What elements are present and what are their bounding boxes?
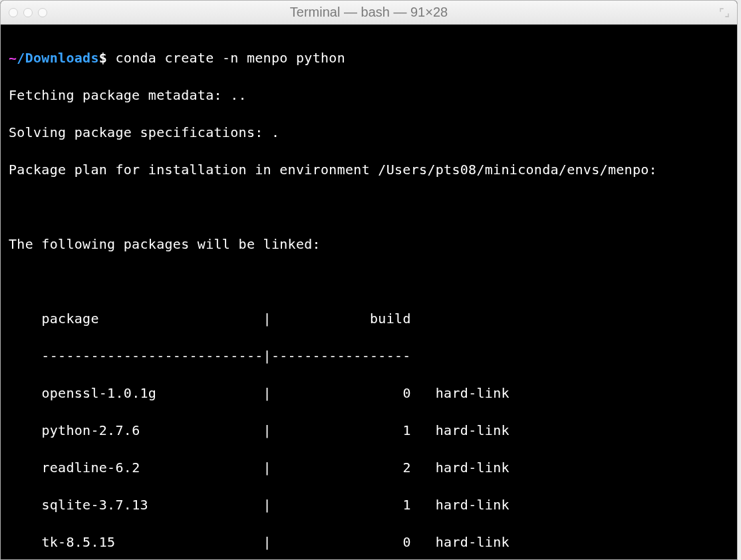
output-line: Fetching package metadata: .. bbox=[9, 86, 729, 104]
table-row: readline-6.2 | 2 hard-link bbox=[9, 458, 729, 477]
pkg-link: hard-link bbox=[436, 460, 510, 476]
table-row: openssl-1.0.1g | 0 hard-link bbox=[9, 384, 729, 402]
minimize-button[interactable] bbox=[23, 8, 33, 17]
table-header: package | build bbox=[9, 309, 729, 328]
pkg-build: 0 bbox=[402, 534, 410, 550]
zoom-button[interactable] bbox=[38, 8, 47, 17]
prompt-line: ~/Downloads$ conda create -n menpo pytho… bbox=[9, 49, 729, 67]
traffic-lights bbox=[9, 8, 47, 17]
table-row: tk-8.5.15 | 0 hard-link bbox=[9, 533, 729, 551]
tilde-icon: ~ bbox=[9, 50, 17, 66]
pkg-name: tk-8.5.15 bbox=[41, 534, 115, 550]
pkg-build: 1 bbox=[402, 422, 410, 438]
blank-line bbox=[9, 272, 729, 291]
pkg-name: sqlite-3.7.13 bbox=[41, 497, 148, 513]
close-button[interactable] bbox=[9, 8, 18, 17]
titlebar[interactable]: Terminal — bash — 91×28 bbox=[1, 1, 737, 25]
pkg-build: 1 bbox=[402, 497, 410, 513]
col-build: build bbox=[370, 311, 411, 327]
table-row: python-2.7.6 | 1 hard-link bbox=[9, 421, 729, 440]
entered-command: conda create -n menpo python bbox=[115, 50, 345, 66]
output-line: Solving package specifications: . bbox=[9, 123, 729, 142]
pkg-name: readline-6.2 bbox=[41, 460, 140, 476]
pkg-link: hard-link bbox=[436, 497, 510, 513]
pkg-name: python-2.7.6 bbox=[41, 422, 140, 438]
window-title: Terminal — bash — 91×28 bbox=[9, 5, 729, 20]
table-row: sqlite-3.7.13 | 1 hard-link bbox=[9, 495, 729, 514]
output-line: The following packages will be linked: bbox=[9, 235, 729, 253]
blank-line bbox=[9, 198, 729, 216]
pkg-link: hard-link bbox=[436, 534, 510, 550]
terminal-body[interactable]: ~/Downloads$ conda create -n menpo pytho… bbox=[1, 25, 737, 559]
pkg-build: 0 bbox=[402, 385, 410, 401]
table-divider: ---------------------------|------------… bbox=[9, 347, 729, 365]
terminal-window: Terminal — bash — 91×28 ~/Downloads$ con… bbox=[0, 0, 738, 560]
prompt-path: /Downloads bbox=[17, 50, 98, 66]
pkg-name: openssl-1.0.1g bbox=[41, 385, 156, 401]
output-line: Package plan for installation in environ… bbox=[9, 160, 729, 179]
prompt-symbol: $ bbox=[99, 50, 107, 66]
pkg-build: 2 bbox=[402, 460, 410, 476]
pkg-link: hard-link bbox=[436, 422, 510, 438]
expand-icon[interactable] bbox=[720, 8, 729, 17]
pkg-link: hard-link bbox=[436, 385, 510, 401]
col-package: package bbox=[41, 311, 98, 327]
